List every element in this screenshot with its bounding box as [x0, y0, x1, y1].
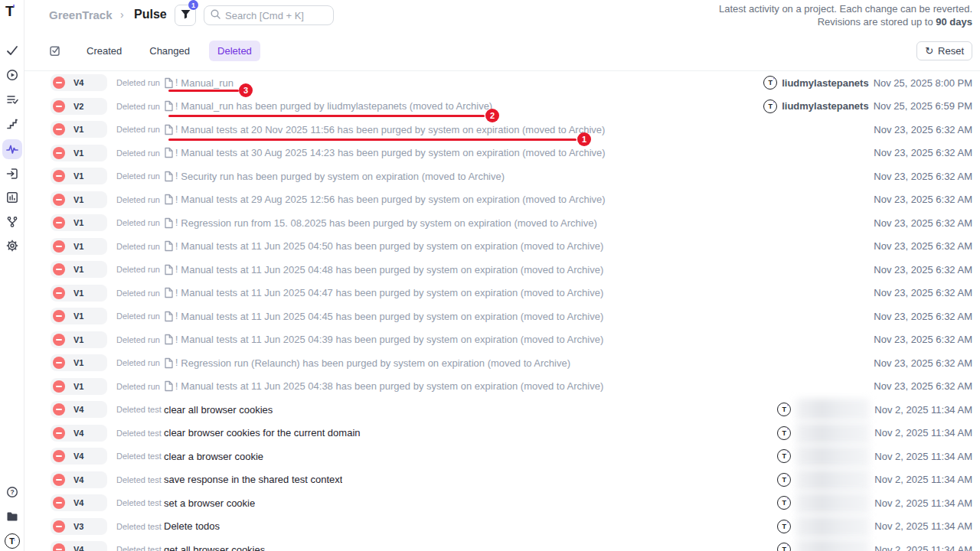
minus-icon	[53, 100, 65, 112]
table-row[interactable]: V2Deleted run!Manual_run has been purged…	[24, 95, 980, 119]
table-row[interactable]: V1Deleted run!Manual tests at 30 Aug 202…	[24, 142, 980, 165]
logo-accent-small: '	[787, 404, 788, 409]
row-type-label: Deleted test	[116, 498, 164, 507]
tab-created[interactable]: Created	[78, 41, 130, 61]
user-avatar: T'	[777, 403, 791, 416]
logo-accent-small: '	[787, 474, 788, 479]
minus-bar	[56, 152, 62, 154]
table-row[interactable]: V1Deleted run!Manual tests at 11 Jun 202…	[24, 375, 980, 399]
table-row[interactable]: V1Deleted run!Manual tests at 11 Jun 202…	[24, 305, 980, 328]
row-text: Manual tests at 11 Jun 2025 04:47 has be…	[181, 287, 603, 298]
row-type-label: Deleted run	[116, 358, 164, 367]
version-label: V1	[74, 265, 83, 274]
row-description: !Manual_run has been purged by liudmylas…	[164, 100, 492, 112]
bar-chart-icon[interactable]	[6, 191, 18, 204]
timestamp: Nov 2, 2025 11:34 AM	[874, 404, 972, 416]
table-row[interactable]: V1Deleted run!Manual tests at 20 Nov 202…	[24, 118, 980, 142]
branch-icon[interactable]	[6, 216, 18, 228]
row-type-label: Deleted run	[116, 311, 164, 321]
version-label: V2	[74, 102, 83, 111]
tab-changed[interactable]: Changed	[141, 41, 198, 61]
row-type-label: Deleted run	[116, 289, 164, 298]
row-text: Manual tests at 29 Aug 2025 12:56 has be…	[181, 194, 605, 205]
row-text: Manual tests at 11 Jun 2025 04:48 has be…	[181, 264, 603, 276]
timestamp: Nov 23, 2025 6:32 AM	[874, 240, 972, 252]
table-row[interactable]: V4Deleted testsave response in the share…	[24, 468, 980, 492]
minus-bar	[56, 479, 62, 481]
table-row[interactable]: V1Deleted run!Manual tests at 11 Jun 202…	[24, 258, 980, 282]
blurred-username	[795, 516, 870, 537]
row-meta: T'Nov 2, 2025 11:34 AM	[777, 516, 980, 537]
warning-mark: !	[175, 357, 178, 368]
user-avatar: T'	[777, 473, 791, 487]
table-row[interactable]: V1Deleted run!Manual tests at 11 Jun 202…	[24, 235, 980, 259]
minus-icon	[53, 403, 65, 416]
logo-accent-small: '	[773, 101, 774, 106]
timestamp: Nov 23, 2025 6:32 AM	[874, 357, 972, 369]
row-meta: T'Nov 2, 2025 11:34 AM	[777, 469, 980, 491]
table-row[interactable]: V1Deleted run!Regression run (Relaunch) …	[24, 351, 980, 375]
timestamp: Nov 25, 2025 6:59 PM	[874, 100, 972, 112]
row-meta: Nov 23, 2025 6:32 AM	[874, 264, 980, 276]
breadcrumb-project[interactable]: GreenTrack	[49, 8, 113, 21]
table-row[interactable]: V1Deleted run!Security run has been purg…	[24, 165, 980, 188]
profile-logo[interactable]: T'	[5, 533, 20, 549]
check-icon[interactable]	[6, 44, 18, 57]
steps-icon[interactable]	[6, 118, 18, 130]
row-meta: Nov 23, 2025 6:32 AM	[874, 357, 980, 369]
select-all-checkbox-icon[interactable]	[49, 44, 61, 57]
refresh-icon: ↻	[925, 45, 933, 57]
timestamp: Nov 23, 2025 6:32 AM	[874, 334, 972, 345]
row-type-label: Deleted run	[116, 382, 164, 391]
table-row[interactable]: V4Deleted testclear browser cookies for …	[24, 422, 980, 445]
document-icon	[164, 100, 174, 112]
row-text: Manual tests at 11 Jun 2025 04:50 has be…	[181, 240, 603, 252]
row-description: !Manual tests at 11 Jun 2025 04:39 has b…	[164, 334, 603, 345]
reset-button[interactable]: ↻ Reset	[916, 41, 972, 60]
list-check-icon[interactable]	[6, 93, 18, 106]
table-row[interactable]: V1Deleted run!Manual tests at 11 Jun 202…	[24, 328, 980, 352]
svg-text:?: ?	[10, 488, 14, 496]
app-logo[interactable]: T'	[5, 3, 14, 20]
row-type-label: Deleted run	[116, 195, 164, 204]
warning-mark: !	[175, 77, 178, 88]
table-row[interactable]: V3Deleted testDelete todosT'Nov 2, 2025 …	[24, 515, 980, 539]
activity-tabs: Created Changed Deleted	[49, 40, 260, 61]
minus-bar	[56, 292, 62, 294]
annotation-number-2: 2	[485, 109, 499, 122]
table-row[interactable]: V1Deleted run!Manual tests at 29 Aug 202…	[24, 188, 980, 212]
logo-accent-small: '	[787, 544, 788, 549]
row-type-label: Deleted run	[116, 171, 164, 181]
timestamp: Nov 23, 2025 6:32 AM	[874, 264, 972, 276]
page-info-text: Latest activity on a project. Each chang…	[719, 2, 972, 28]
table-row[interactable]: V4Deleted testclear a browser cookieT'No…	[24, 445, 980, 468]
version-badge: V4	[51, 401, 107, 418]
row-text: Manual tests at 30 Aug 2025 14:23 has be…	[181, 147, 605, 158]
folder-icon[interactable]	[6, 510, 18, 523]
import-icon[interactable]	[6, 168, 18, 180]
table-row[interactable]: V1Deleted run!Manual tests at 11 Jun 202…	[24, 282, 980, 305]
version-label: V4	[74, 452, 83, 461]
warning-mark: !	[175, 241, 178, 252]
table-row[interactable]: V4Deleted testget all browser cookiesT'N…	[24, 538, 980, 551]
version-label: V1	[74, 311, 83, 321]
row-text: Manual tests at 11 Jun 2025 04:45 has be…	[181, 311, 603, 322]
version-badge: V1	[51, 121, 107, 138]
search-input[interactable]	[225, 10, 327, 21]
tab-deleted[interactable]: Deleted	[209, 41, 260, 61]
table-row[interactable]: V4Deleted testset a browser cookieT'Nov …	[24, 491, 980, 515]
play-circle-icon[interactable]	[6, 69, 18, 81]
blurred-username	[795, 445, 870, 467]
gear-icon[interactable]	[6, 240, 18, 252]
pulse-icon[interactable]	[6, 143, 18, 155]
user-avatar: T'	[777, 543, 791, 551]
version-label: V4	[74, 475, 83, 484]
table-row[interactable]: V4Deleted testclear all browser cookiesT…	[24, 398, 980, 422]
breadcrumb-page-title: Pulse	[134, 8, 167, 21]
table-row[interactable]: V1Deleted run!Regression run from 15. 08…	[24, 211, 980, 235]
document-icon	[164, 77, 174, 89]
help-icon[interactable]: ?	[6, 486, 18, 498]
warning-mark: !	[175, 311, 178, 321]
minus-bar	[56, 362, 62, 364]
version-label: V4	[74, 429, 83, 438]
